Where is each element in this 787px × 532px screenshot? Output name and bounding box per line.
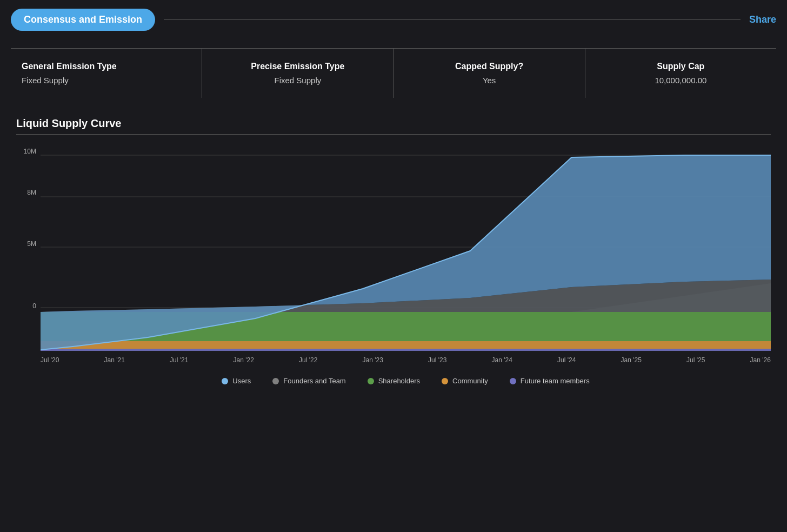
page-container: Consensus and Emission Share General Emi…: [0, 0, 787, 394]
stat-label-general: General Emission Type: [22, 62, 191, 71]
x-label-jul23: Jul '23: [428, 356, 446, 364]
community-area: [41, 341, 771, 349]
x-label-jan21: Jan '21: [104, 356, 125, 364]
x-axis: Jul '20 Jan '21 Jul '21 Jan '22 Jul '22 …: [41, 353, 771, 364]
x-label-jul25: Jul '25: [686, 356, 705, 364]
chart-title-divider: [16, 134, 771, 135]
x-label-jan26: Jan '26: [750, 356, 771, 364]
legend-label-future-team: Future team members: [521, 377, 590, 385]
y-label-5m: 5M: [27, 240, 36, 248]
x-label-jul22: Jul '22: [299, 356, 317, 364]
legend-label-users: Users: [232, 377, 251, 385]
stat-value-precise: Fixed Supply: [213, 76, 382, 85]
y-label-10m: 10M: [24, 148, 36, 155]
legend-dot-community: [442, 378, 448, 384]
x-label-jan25: Jan '25: [621, 356, 642, 364]
future-team-area: [41, 349, 771, 351]
x-label-jul21: Jul '21: [170, 356, 188, 364]
legend-users: Users: [222, 377, 251, 385]
x-label-jul24: Jul '24: [557, 356, 576, 364]
header-divider: [164, 19, 741, 20]
x-label-jul20: Jul '20: [41, 356, 59, 364]
legend-shareholders: Shareholders: [368, 377, 420, 385]
legend-community: Community: [442, 377, 488, 385]
header: Consensus and Emission Share: [11, 9, 776, 31]
stat-supply-cap: Supply Cap 10,000,000.00: [585, 49, 776, 98]
page-title: Consensus and Emission: [11, 9, 155, 31]
stat-value-capped: Yes: [405, 76, 574, 85]
chart-legend: Users Founders and Team Shareholders Com…: [16, 377, 771, 385]
share-button[interactable]: Share: [749, 14, 776, 25]
legend-label-community: Community: [452, 377, 488, 385]
x-label-jan24: Jan '24: [492, 356, 512, 364]
chart-plot-area: Jul '20 Jan '21 Jul '21 Jan '22 Jul '22 …: [41, 145, 771, 364]
x-label-jan22: Jan '22: [234, 356, 254, 364]
stat-precise-emission: Precise Emission Type Fixed Supply: [202, 49, 394, 98]
legend-label-shareholders: Shareholders: [378, 377, 420, 385]
stat-capped-supply: Capped Supply? Yes: [394, 49, 585, 98]
stat-value-general: Fixed Supply: [22, 76, 191, 85]
legend-future-team: Future team members: [510, 377, 590, 385]
legend-label-founders: Founders and Team: [283, 377, 345, 385]
stat-value-cap: 10,000,000.00: [596, 76, 765, 85]
legend-dot-users: [222, 378, 228, 384]
y-label-0: 0: [32, 302, 36, 310]
y-label-8m: 8M: [27, 189, 36, 196]
stat-general-emission: General Emission Type Fixed Supply: [11, 49, 202, 98]
x-label-jan23: Jan '23: [363, 356, 383, 364]
stat-label-precise: Precise Emission Type: [213, 62, 382, 71]
chart-title: Liquid Supply Curve: [16, 117, 771, 130]
stat-label-capped: Capped Supply?: [405, 62, 574, 71]
stats-row: General Emission Type Fixed Supply Preci…: [11, 48, 776, 98]
legend-dot-future-team: [510, 378, 516, 384]
stat-label-cap: Supply Cap: [596, 62, 765, 71]
y-axis: 10M 8M 5M 0: [16, 145, 41, 351]
chart-svg: [41, 145, 771, 351]
chart-section: Liquid Supply Curve 10M 8M 5M 0: [11, 117, 776, 385]
legend-founders: Founders and Team: [272, 377, 345, 385]
legend-dot-shareholders: [368, 378, 374, 384]
legend-dot-founders: [272, 378, 279, 384]
